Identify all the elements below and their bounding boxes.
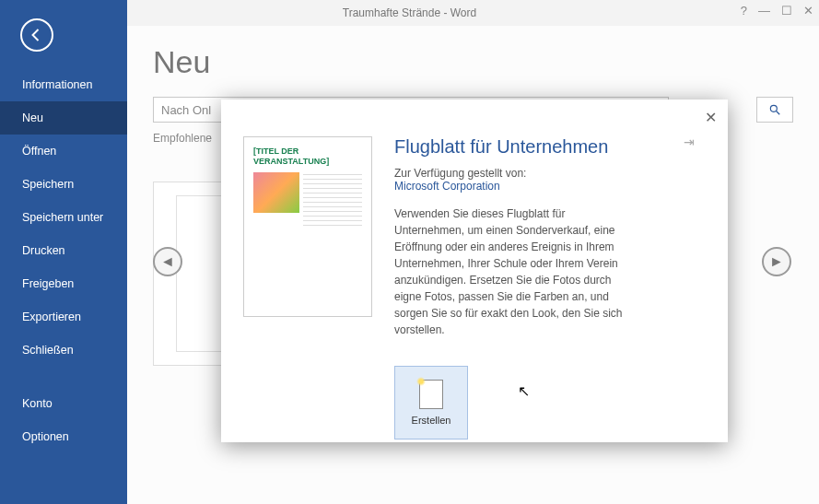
arrow-left-icon [29,27,45,43]
sidebar-item-label: Speichern unter [22,211,103,224]
svg-line-1 [777,111,780,115]
sidebar-item-label: Exportieren [22,311,81,323]
provided-by-label: Zur Verfügung gestellt von: [394,167,706,180]
preview-heading: [TITEL DER VERANSTALTUNG] [253,147,362,167]
backstage-sidebar: Informationen Neu Öffnen Speichern Speic… [0,0,127,504]
sidebar-item-label: Speichern [22,178,74,191]
prev-template-button[interactable]: ◄ [153,247,182,276]
sidebar-item-optionen[interactable]: Optionen [0,420,127,453]
preview-text-lines [303,174,362,229]
sidebar-item-oeffnen[interactable]: Öffnen [0,135,127,168]
sidebar-item-schliessen[interactable]: Schließen [0,334,127,367]
template-preview: [TITEL DER VERANSTALTUNG] [243,136,372,317]
sidebar-item-label: Informationen [22,78,92,91]
sidebar-item-informationen[interactable]: Informationen [0,68,127,101]
sidebar-item-label: Schließen [22,344,74,357]
close-icon: ✕ [705,110,717,125]
sidebar-item-label: Konto [22,397,53,410]
sidebar-item-speichern[interactable]: Speichern [0,168,127,201]
sidebar-item-label: Optionen [22,430,69,443]
help-icon[interactable]: ? [741,4,747,18]
sidebar-item-konto[interactable]: Konto [0,387,127,420]
page-title: Neu [153,44,793,80]
template-title: Flugblatt für Unternehmen [394,136,706,158]
svg-point-0 [770,105,777,111]
search-button[interactable] [756,97,793,123]
sidebar-item-label: Neu [22,111,43,124]
provider-link[interactable]: Microsoft Corporation [394,180,706,193]
new-document-icon [419,380,443,409]
back-button[interactable] [20,18,53,52]
sidebar-item-exportieren[interactable]: Exportieren [0,300,127,334]
pin-button[interactable]: ⇥ [684,135,695,149]
sidebar-item-label: Drucken [22,244,65,257]
search-icon [768,103,781,116]
sidebar-item-label: Freigeben [22,277,74,290]
sidebar-item-label: Öffnen [22,145,56,158]
pin-icon: ⇥ [684,135,695,149]
minimize-icon[interactable]: — [758,4,770,18]
sidebar-item-speichern-unter[interactable]: Speichern unter [0,201,127,234]
sidebar-item-neu[interactable]: Neu [0,101,127,135]
sidebar-item-freigeben[interactable]: Freigeben [0,267,127,300]
create-button[interactable]: Erstellen [394,366,468,440]
create-label: Erstellen [412,415,451,426]
chevron-left-icon: ◄ [160,253,175,270]
preview-image [253,172,299,213]
next-template-button[interactable]: ► [762,247,791,276]
sidebar-item-drucken[interactable]: Drucken [0,234,127,267]
template-description: Verwenden Sie dieses Flugblatt für Unter… [394,205,634,338]
chevron-right-icon: ► [769,253,784,270]
close-window-icon[interactable]: ✕ [803,4,813,18]
template-detail-modal: ✕ ⇥ [TITEL DER VERANSTALTUNG] Flugblatt … [221,100,728,442]
modal-close-button[interactable]: ✕ [705,109,717,126]
maximize-icon[interactable]: ☐ [781,4,792,18]
